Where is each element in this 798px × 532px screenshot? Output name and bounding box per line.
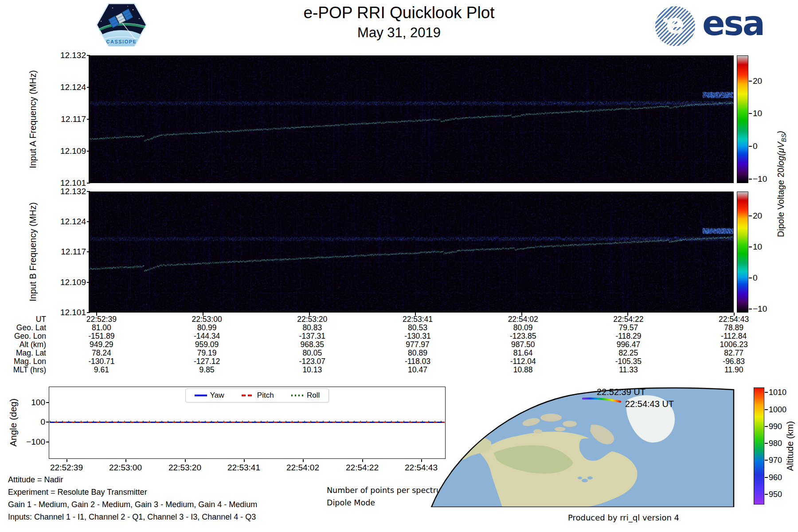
map-arctic-island bbox=[563, 421, 577, 427]
eph-cell: 22:54:22 bbox=[576, 315, 681, 324]
angle-xtick: 22:53:41 bbox=[215, 463, 273, 473]
roll-line-swatch bbox=[291, 395, 304, 396]
colorbar-tick: 20 bbox=[753, 76, 762, 86]
eph-cell: 79.19 bbox=[154, 349, 260, 357]
ytick-label: 12.117 bbox=[49, 114, 86, 124]
eph-cell: 22:53:20 bbox=[259, 315, 365, 324]
legend-label: Yaw bbox=[210, 391, 224, 400]
eph-cell: 80.05 bbox=[259, 349, 365, 357]
input-b-ylabel: Input B Frequency (MHz) bbox=[28, 202, 38, 301]
ephemeris-table: UT 22:52:39 22:53:00 22:53:20 22:53:41 2… bbox=[4, 315, 786, 374]
eph-cell: 81.64 bbox=[470, 349, 576, 357]
eph-cell: 80.53 bbox=[365, 324, 470, 332]
legend-item-yaw: Yaw bbox=[195, 391, 224, 400]
ground-track-map bbox=[427, 387, 735, 507]
eph-cell: 9.85 bbox=[154, 366, 260, 374]
eph-cell: 977.97 bbox=[365, 340, 470, 349]
eph-cell: 987.50 bbox=[470, 340, 576, 349]
eph-cell: -105.35 bbox=[576, 357, 681, 366]
gains-note: Gain 1 - Medium, Gain 2 - Medium, Gain 3… bbox=[8, 500, 257, 509]
ytick-label: 12.109 bbox=[49, 146, 86, 156]
eph-cell: -123.85 bbox=[470, 332, 576, 340]
angle-xtick: 22:52:39 bbox=[38, 463, 95, 473]
eph-cell: 10.47 bbox=[365, 366, 470, 374]
altitude-tick: 980 bbox=[769, 439, 782, 448]
eph-cell: -130.71 bbox=[49, 357, 154, 366]
eph-cell: 11.33 bbox=[576, 366, 681, 374]
colorbar-tick: −10 bbox=[753, 174, 767, 184]
eph-cell: 22:54:43 bbox=[681, 315, 786, 324]
track-end-label: 22:54:43 UT bbox=[625, 399, 674, 409]
colorbar-tick: 0 bbox=[753, 273, 758, 283]
dipole-colorbar-a bbox=[737, 55, 748, 183]
eph-cell: 82.77 bbox=[681, 349, 786, 357]
eph-cell: 22:53:00 bbox=[154, 315, 260, 324]
eph-cell: 959.09 bbox=[154, 340, 260, 349]
eph-cell: -112.84 bbox=[681, 332, 786, 340]
altitude-tick: 990 bbox=[769, 422, 782, 431]
altitude-tick: 950 bbox=[769, 490, 782, 499]
spectrogram-a-canvas bbox=[89, 56, 733, 183]
credit-text: Produced by rri_ql version 4 bbox=[532, 513, 679, 522]
mode-note: Dipole Mode bbox=[327, 498, 375, 507]
esa-globe-dot bbox=[663, 18, 668, 22]
eph-row-label: Mag. Lat bbox=[4, 349, 49, 357]
track-start-label: 22:52:39 UT bbox=[588, 387, 654, 397]
map-great-lakes bbox=[587, 477, 593, 480]
legend-item-pitch: Pitch bbox=[242, 391, 274, 400]
roll-zero-line bbox=[50, 421, 445, 422]
esa-logo-text: esa bbox=[702, 4, 764, 43]
map-arctic-island bbox=[555, 427, 565, 431]
eph-cell: -127.12 bbox=[154, 357, 260, 366]
colorbar-tick: −10 bbox=[753, 304, 767, 314]
eph-cell: -118.29 bbox=[576, 332, 681, 340]
attitude-legend: Yaw Pitch Roll bbox=[185, 388, 329, 403]
eph-cell: 1006.23 bbox=[681, 340, 786, 349]
eph-cell: 968.35 bbox=[259, 340, 365, 349]
ytick-label: 12.124 bbox=[49, 82, 86, 92]
colorbar-tick: 10 bbox=[753, 109, 762, 118]
eph-cell: -137.31 bbox=[259, 332, 365, 340]
eph-cell: 78.89 bbox=[681, 324, 786, 332]
angle-xtick: 22:53:00 bbox=[97, 463, 154, 473]
eph-cell: -112.04 bbox=[470, 357, 576, 366]
eph-cell: 22:54:02 bbox=[470, 315, 576, 324]
eph-row-label: MLT (hrs) bbox=[4, 366, 49, 374]
ytick-label: 12.117 bbox=[49, 247, 86, 257]
map-arctic-island bbox=[533, 429, 542, 434]
eph-cell: 81.00 bbox=[49, 324, 154, 332]
angle-ytick: −100 bbox=[14, 437, 45, 447]
attitude-note: Attitude = Nadir bbox=[8, 475, 63, 485]
altitude-tick: 960 bbox=[769, 473, 782, 482]
pitch-line-swatch bbox=[242, 395, 254, 396]
eph-cell: 22:53:41 bbox=[365, 315, 470, 324]
eph-cell: 80.09 bbox=[470, 324, 576, 332]
input-a-ylabel: Input A Frequency (MHz) bbox=[28, 70, 38, 168]
eph-cell: -144.34 bbox=[154, 332, 260, 340]
cassiope-badge-text: CASSIOPE bbox=[106, 39, 137, 44]
dipole-colorbar-b bbox=[737, 192, 748, 313]
dipole-colorbar-label: Dipole Voltage 20log(μVBS) bbox=[776, 131, 787, 237]
eph-cell: 10.88 bbox=[470, 366, 576, 374]
cassiope-mission-logo: CASSIOPE bbox=[95, 2, 148, 48]
altitude-tick: 1010 bbox=[769, 388, 786, 397]
map-arctic-island bbox=[540, 414, 562, 422]
eph-cell: 79.57 bbox=[576, 324, 681, 332]
eph-cell: 22:52:39 bbox=[49, 315, 154, 324]
spectrogram-input-a bbox=[89, 55, 734, 183]
eph-cell: 80.83 bbox=[259, 324, 365, 332]
altitude-tick: 970 bbox=[769, 456, 782, 465]
ytick-label: 12.124 bbox=[49, 217, 86, 227]
colorbar-tick: 20 bbox=[753, 211, 762, 221]
ytick-label: 12.109 bbox=[49, 278, 86, 287]
spectrogram-input-b bbox=[89, 192, 734, 313]
spectrogram-b-canvas bbox=[89, 192, 733, 312]
eph-cell: 996.47 bbox=[576, 340, 681, 349]
inputs-note: Inputs: Channel 1 - I1, Channel 2 - Q1, … bbox=[8, 512, 256, 522]
eph-row-label: Geo. Lon bbox=[4, 332, 49, 340]
eph-cell: 11.90 bbox=[681, 366, 786, 374]
eph-row-label: Mag. Lon bbox=[4, 357, 49, 366]
altitude-tick: 1000 bbox=[769, 405, 786, 415]
eph-cell: -151.89 bbox=[49, 332, 154, 340]
eph-cell: 80.89 bbox=[365, 349, 470, 357]
